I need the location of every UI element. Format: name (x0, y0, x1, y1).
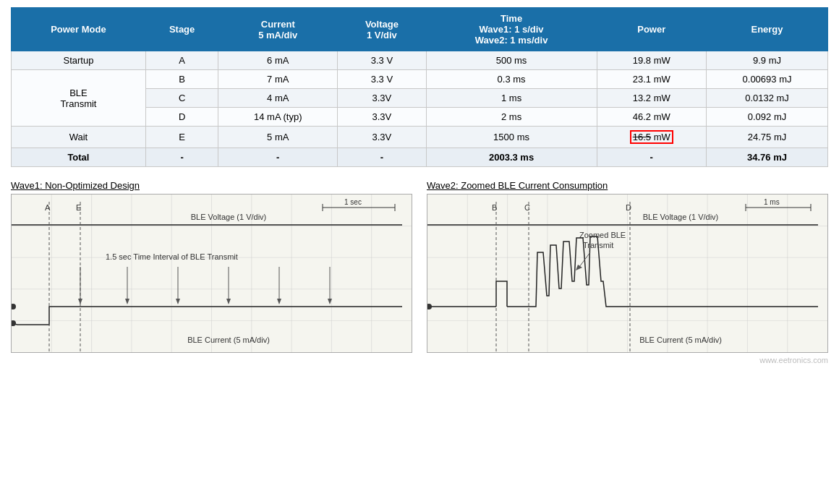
wave2-svg: B C D 1 ms BLE Voltage (1 V/div) Zoomed … (427, 195, 827, 352)
cell-current: 5 mA (218, 127, 338, 148)
col-header-time: TimeWave1: 1 s/divWave2: 1 ms/div (426, 8, 597, 51)
table-row: BLETransmit B 7 mA 3.3 V 0.3 ms 23.1 mW … (12, 70, 828, 89)
svg-text:C: C (524, 203, 530, 212)
watermark: www.eetronics.com (11, 356, 828, 364)
cell-time: 2 ms (426, 108, 597, 127)
cell-current: 6 mA (218, 51, 338, 70)
svg-text:D: D (626, 203, 631, 212)
col-header-energy: Energy (707, 8, 828, 51)
svg-text:1 ms: 1 ms (764, 198, 780, 206)
col-header-mode: Power Mode (12, 8, 146, 51)
col-header-stage: Stage (145, 8, 218, 51)
wave2-oscilloscope: B C D 1 ms BLE Voltage (1 V/div) Zoomed … (427, 194, 828, 353)
power-table: Power Mode Stage Current5 mA/div Voltage… (11, 7, 828, 167)
cell-mode: BLETransmit (12, 70, 146, 127)
col-header-current: Current5 mA/div (218, 8, 338, 51)
col-header-voltage: Voltage1 V/div (338, 8, 426, 51)
cell-power: 19.8 mW (597, 51, 707, 70)
cell-current: 14 mA (typ) (218, 108, 338, 127)
svg-text:BLE Current (5 mA/div): BLE Current (5 mA/div) (639, 336, 722, 344)
cell-energy: 0.00693 mJ (707, 70, 828, 89)
svg-text:B: B (492, 203, 497, 212)
cell-stage: D (145, 108, 218, 127)
cell-stage: A (145, 51, 218, 70)
cell-time: 1500 ms (426, 127, 597, 148)
cell-mode-total: Total (12, 148, 146, 167)
svg-text:BLE Current (5 mA/div): BLE Current (5 mA/div) (187, 336, 270, 344)
cell-power: 16.5 mW (597, 127, 707, 148)
cell-energy-total: 34.76 mJ (707, 148, 828, 167)
cell-time-total: 2003.3 ms (426, 148, 597, 167)
svg-text:1 sec: 1 sec (344, 198, 362, 206)
cell-current-total: - (218, 148, 338, 167)
svg-text:Zoomed BLE: Zoomed BLE (579, 231, 626, 239)
cell-current: 7 mA (218, 70, 338, 89)
svg-text:E: E (76, 203, 81, 212)
highlighted-power: 16.5 mW (630, 130, 673, 144)
table-row: Wait E 5 mA 3.3V 1500 ms 16.5 mW 24.75 m… (12, 127, 828, 148)
cell-voltage: 3.3 V (338, 70, 426, 89)
cell-power: 13.2 mW (597, 89, 707, 108)
waveforms-section: Wave1: Non-Optimized Design (11, 180, 828, 353)
svg-text:1.5 sec Time Interval of BLE T: 1.5 sec Time Interval of BLE Transmit (106, 252, 238, 261)
cell-stage: E (145, 127, 218, 148)
cell-energy: 0.092 mJ (707, 108, 828, 127)
cell-time: 1 ms (426, 89, 597, 108)
cell-voltage: 3.3 V (338, 51, 426, 70)
cell-voltage: 3.3V (338, 108, 426, 127)
cell-power-total: - (597, 148, 707, 167)
svg-text:BLE Voltage (1 V/div): BLE Voltage (1 V/div) (643, 213, 719, 221)
cell-voltage: 3.3V (338, 127, 426, 148)
wave1-panel: Wave1: Non-Optimized Design (11, 180, 412, 353)
wave1-title: Wave1: Non-Optimized Design (11, 180, 412, 191)
cell-stage-total: - (145, 148, 218, 167)
wave2-panel: Wave2: Zoomed BLE Current Consumption (427, 180, 828, 353)
svg-text:Transmit: Transmit (583, 241, 613, 249)
cell-power: 23.1 mW (597, 70, 707, 89)
cell-voltage: 3.3V (338, 89, 426, 108)
col-header-power: Power (597, 8, 707, 51)
cell-voltage-total: - (338, 148, 426, 167)
cell-time: 500 ms (426, 51, 597, 70)
table-row-total: Total - - - 2003.3 ms - 34.76 mJ (12, 148, 828, 167)
cell-current: 4 mA (218, 89, 338, 108)
cell-mode: Wait (12, 127, 146, 148)
svg-text:A: A (45, 203, 51, 212)
wave2-title: Wave2: Zoomed BLE Current Consumption (427, 180, 828, 191)
cell-stage: B (145, 70, 218, 89)
cell-energy: 9.9 mJ (707, 51, 828, 70)
cell-power: 46.2 mW (597, 108, 707, 127)
table-row: Startup A 6 mA 3.3 V 500 ms 19.8 mW 9.9 … (12, 51, 828, 70)
cell-energy: 0.0132 mJ (707, 89, 828, 108)
cell-energy: 24.75 mJ (707, 127, 828, 148)
wave1-svg: A E 1 sec BLE Voltage (1 V/div) 1.5 sec … (12, 195, 412, 352)
cell-mode: Startup (12, 51, 146, 70)
cell-time: 0.3 ms (426, 70, 597, 89)
cell-stage: C (145, 89, 218, 108)
wave1-oscilloscope: A E 1 sec BLE Voltage (1 V/div) 1.5 sec … (11, 194, 412, 353)
svg-text:BLE Voltage (1 V/div): BLE Voltage (1 V/div) (191, 213, 267, 221)
